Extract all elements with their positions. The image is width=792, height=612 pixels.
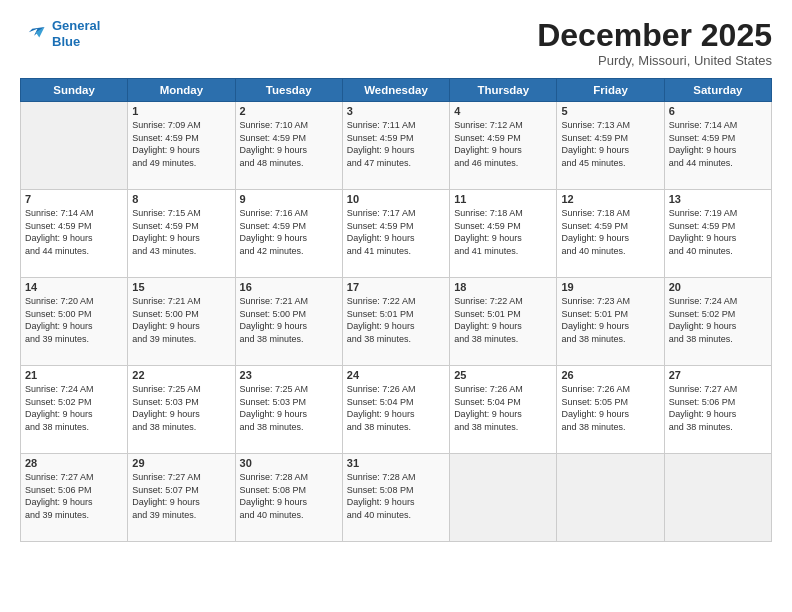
header: General Blue December 2025 Purdy, Missou…	[20, 18, 772, 68]
month-title: December 2025	[537, 18, 772, 53]
day-number: 26	[561, 369, 659, 381]
day-number: 14	[25, 281, 123, 293]
day-number: 8	[132, 193, 230, 205]
day-info: Sunrise: 7:25 AM Sunset: 5:03 PM Dayligh…	[240, 383, 338, 433]
day-number: 24	[347, 369, 445, 381]
day-info: Sunrise: 7:20 AM Sunset: 5:00 PM Dayligh…	[25, 295, 123, 345]
day-cell: 28Sunrise: 7:27 AM Sunset: 5:06 PM Dayli…	[21, 454, 128, 542]
day-cell: 7Sunrise: 7:14 AM Sunset: 4:59 PM Daylig…	[21, 190, 128, 278]
day-number: 12	[561, 193, 659, 205]
day-info: Sunrise: 7:26 AM Sunset: 5:04 PM Dayligh…	[347, 383, 445, 433]
week-row-4: 21Sunrise: 7:24 AM Sunset: 5:02 PM Dayli…	[21, 366, 772, 454]
day-number: 25	[454, 369, 552, 381]
day-info: Sunrise: 7:15 AM Sunset: 4:59 PM Dayligh…	[132, 207, 230, 257]
day-number: 13	[669, 193, 767, 205]
day-number: 7	[25, 193, 123, 205]
day-number: 20	[669, 281, 767, 293]
day-number: 31	[347, 457, 445, 469]
day-cell: 17Sunrise: 7:22 AM Sunset: 5:01 PM Dayli…	[342, 278, 449, 366]
day-cell: 21Sunrise: 7:24 AM Sunset: 5:02 PM Dayli…	[21, 366, 128, 454]
day-cell: 9Sunrise: 7:16 AM Sunset: 4:59 PM Daylig…	[235, 190, 342, 278]
day-cell: 1Sunrise: 7:09 AM Sunset: 4:59 PM Daylig…	[128, 102, 235, 190]
day-cell	[664, 454, 771, 542]
day-info: Sunrise: 7:10 AM Sunset: 4:59 PM Dayligh…	[240, 119, 338, 169]
day-cell: 10Sunrise: 7:17 AM Sunset: 4:59 PM Dayli…	[342, 190, 449, 278]
day-info: Sunrise: 7:19 AM Sunset: 4:59 PM Dayligh…	[669, 207, 767, 257]
week-row-2: 7Sunrise: 7:14 AM Sunset: 4:59 PM Daylig…	[21, 190, 772, 278]
day-info: Sunrise: 7:18 AM Sunset: 4:59 PM Dayligh…	[561, 207, 659, 257]
day-cell: 3Sunrise: 7:11 AM Sunset: 4:59 PM Daylig…	[342, 102, 449, 190]
day-number: 3	[347, 105, 445, 117]
day-info: Sunrise: 7:22 AM Sunset: 5:01 PM Dayligh…	[454, 295, 552, 345]
day-info: Sunrise: 7:27 AM Sunset: 5:06 PM Dayligh…	[669, 383, 767, 433]
day-cell: 25Sunrise: 7:26 AM Sunset: 5:04 PM Dayli…	[450, 366, 557, 454]
calendar-body: 1Sunrise: 7:09 AM Sunset: 4:59 PM Daylig…	[21, 102, 772, 542]
day-number: 28	[25, 457, 123, 469]
day-cell: 15Sunrise: 7:21 AM Sunset: 5:00 PM Dayli…	[128, 278, 235, 366]
day-cell: 14Sunrise: 7:20 AM Sunset: 5:00 PM Dayli…	[21, 278, 128, 366]
day-number: 19	[561, 281, 659, 293]
day-info: Sunrise: 7:21 AM Sunset: 5:00 PM Dayligh…	[240, 295, 338, 345]
logo-text: General Blue	[52, 18, 100, 49]
day-number: 23	[240, 369, 338, 381]
day-cell: 20Sunrise: 7:24 AM Sunset: 5:02 PM Dayli…	[664, 278, 771, 366]
day-header-saturday: Saturday	[664, 79, 771, 102]
day-info: Sunrise: 7:25 AM Sunset: 5:03 PM Dayligh…	[132, 383, 230, 433]
day-number: 27	[669, 369, 767, 381]
day-cell: 26Sunrise: 7:26 AM Sunset: 5:05 PM Dayli…	[557, 366, 664, 454]
day-number: 30	[240, 457, 338, 469]
day-number: 21	[25, 369, 123, 381]
day-number: 6	[669, 105, 767, 117]
day-cell: 8Sunrise: 7:15 AM Sunset: 4:59 PM Daylig…	[128, 190, 235, 278]
logo: General Blue	[20, 18, 100, 49]
day-info: Sunrise: 7:27 AM Sunset: 5:06 PM Dayligh…	[25, 471, 123, 521]
location: Purdy, Missouri, United States	[537, 53, 772, 68]
day-info: Sunrise: 7:24 AM Sunset: 5:02 PM Dayligh…	[669, 295, 767, 345]
day-info: Sunrise: 7:23 AM Sunset: 5:01 PM Dayligh…	[561, 295, 659, 345]
day-info: Sunrise: 7:26 AM Sunset: 5:05 PM Dayligh…	[561, 383, 659, 433]
day-number: 16	[240, 281, 338, 293]
week-row-1: 1Sunrise: 7:09 AM Sunset: 4:59 PM Daylig…	[21, 102, 772, 190]
day-number: 4	[454, 105, 552, 117]
day-info: Sunrise: 7:16 AM Sunset: 4:59 PM Dayligh…	[240, 207, 338, 257]
day-header-friday: Friday	[557, 79, 664, 102]
day-info: Sunrise: 7:13 AM Sunset: 4:59 PM Dayligh…	[561, 119, 659, 169]
day-cell: 19Sunrise: 7:23 AM Sunset: 5:01 PM Dayli…	[557, 278, 664, 366]
calendar-table: SundayMondayTuesdayWednesdayThursdayFrid…	[20, 78, 772, 542]
day-cell	[557, 454, 664, 542]
day-header-thursday: Thursday	[450, 79, 557, 102]
calendar-header: SundayMondayTuesdayWednesdayThursdayFrid…	[21, 79, 772, 102]
day-number: 15	[132, 281, 230, 293]
day-number: 11	[454, 193, 552, 205]
day-header-wednesday: Wednesday	[342, 79, 449, 102]
day-number: 10	[347, 193, 445, 205]
day-cell: 27Sunrise: 7:27 AM Sunset: 5:06 PM Dayli…	[664, 366, 771, 454]
day-cell: 31Sunrise: 7:28 AM Sunset: 5:08 PM Dayli…	[342, 454, 449, 542]
week-row-5: 28Sunrise: 7:27 AM Sunset: 5:06 PM Dayli…	[21, 454, 772, 542]
day-info: Sunrise: 7:28 AM Sunset: 5:08 PM Dayligh…	[240, 471, 338, 521]
day-header-sunday: Sunday	[21, 79, 128, 102]
day-number: 5	[561, 105, 659, 117]
day-cell: 30Sunrise: 7:28 AM Sunset: 5:08 PM Dayli…	[235, 454, 342, 542]
day-cell: 23Sunrise: 7:25 AM Sunset: 5:03 PM Dayli…	[235, 366, 342, 454]
day-cell	[21, 102, 128, 190]
day-cell: 13Sunrise: 7:19 AM Sunset: 4:59 PM Dayli…	[664, 190, 771, 278]
day-cell: 18Sunrise: 7:22 AM Sunset: 5:01 PM Dayli…	[450, 278, 557, 366]
day-number: 17	[347, 281, 445, 293]
day-cell: 29Sunrise: 7:27 AM Sunset: 5:07 PM Dayli…	[128, 454, 235, 542]
day-info: Sunrise: 7:28 AM Sunset: 5:08 PM Dayligh…	[347, 471, 445, 521]
day-cell: 16Sunrise: 7:21 AM Sunset: 5:00 PM Dayli…	[235, 278, 342, 366]
day-info: Sunrise: 7:21 AM Sunset: 5:00 PM Dayligh…	[132, 295, 230, 345]
day-info: Sunrise: 7:12 AM Sunset: 4:59 PM Dayligh…	[454, 119, 552, 169]
day-info: Sunrise: 7:26 AM Sunset: 5:04 PM Dayligh…	[454, 383, 552, 433]
day-number: 18	[454, 281, 552, 293]
day-info: Sunrise: 7:17 AM Sunset: 4:59 PM Dayligh…	[347, 207, 445, 257]
day-cell: 5Sunrise: 7:13 AM Sunset: 4:59 PM Daylig…	[557, 102, 664, 190]
day-header-monday: Monday	[128, 79, 235, 102]
day-number: 9	[240, 193, 338, 205]
day-info: Sunrise: 7:11 AM Sunset: 4:59 PM Dayligh…	[347, 119, 445, 169]
day-cell: 4Sunrise: 7:12 AM Sunset: 4:59 PM Daylig…	[450, 102, 557, 190]
day-number: 22	[132, 369, 230, 381]
day-header-tuesday: Tuesday	[235, 79, 342, 102]
day-cell: 24Sunrise: 7:26 AM Sunset: 5:04 PM Dayli…	[342, 366, 449, 454]
